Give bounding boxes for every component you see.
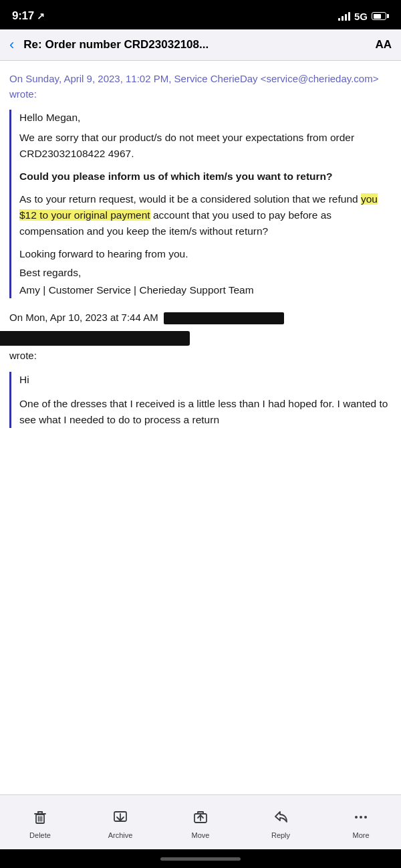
archive-label: Archive: [108, 831, 133, 839]
battery-icon: [372, 12, 389, 20]
status-time: 9:17 ↗: [12, 9, 45, 23]
delete-label: Delete: [29, 831, 51, 839]
more-icon: [352, 808, 370, 829]
inner-email-text: Hi One of the dresses that I received is…: [19, 372, 392, 428]
email-body-text: Hello Megan, We are sorry that our produ…: [19, 110, 392, 298]
font-size-button[interactable]: AA: [375, 38, 392, 51]
email-closing2: Amy | Customer Service | Cherieday Suppo…: [19, 282, 392, 298]
network-label: 5G: [354, 11, 368, 22]
svg-point-12: [355, 816, 358, 819]
forwarded-meta: On Mon, Apr 10, 2023 at 7:44 AM: [9, 310, 392, 326]
inner-para: One of the dresses that I received is a …: [19, 396, 392, 428]
redacted-name: [164, 312, 284, 324]
svg-point-13: [360, 816, 362, 819]
email-para3: Looking forward to hearing from you.: [19, 246, 392, 262]
reply-button[interactable]: Reply: [261, 808, 301, 839]
reply-icon: [272, 808, 289, 829]
inner-greeting: Hi: [19, 372, 392, 388]
email-greeting: Hello Megan,: [19, 110, 392, 126]
home-indicator-bar: [160, 857, 241, 861]
email-content: On Sunday, April 9, 2023, 11:02 PM, Serv…: [0, 61, 401, 794]
email-subject-title: Re: Order number CRD23032108...: [23, 38, 368, 51]
more-label: More: [352, 831, 369, 839]
email-closing1: Best regards,: [19, 265, 392, 281]
email-bold-question: Could you please inform us of which item…: [19, 169, 392, 185]
back-button[interactable]: ‹: [9, 36, 17, 53]
email-body-block: Hello Megan, We are sorry that our produ…: [9, 110, 392, 298]
quote-meta: On Sunday, April 9, 2023, 11:02 PM, Serv…: [9, 72, 392, 102]
bottom-toolbar: Delete Archive Move Rep: [0, 794, 401, 849]
status-bar: 9:17 ↗ 5G: [0, 0, 401, 29]
delete-icon: [31, 808, 49, 829]
status-icons: 5G: [338, 11, 389, 22]
inner-email-block: Hi One of the dresses that I received is…: [9, 372, 392, 428]
delete-button[interactable]: Delete: [20, 808, 60, 839]
reply-label: Reply: [271, 831, 290, 839]
move-icon: [192, 808, 209, 829]
wrote-line: wrote:: [9, 350, 392, 361]
redacted-arrow: [0, 331, 190, 346]
home-indicator: [0, 849, 401, 868]
signal-bars-icon: [338, 11, 350, 21]
more-button[interactable]: More: [341, 808, 381, 839]
email-separator: On Mon, Apr 10, 2023 at 7:44 AM wrote:: [9, 310, 392, 361]
move-button[interactable]: Move: [180, 808, 221, 839]
nav-bar: ‹ Re: Order number CRD23032108... AA: [0, 29, 401, 61]
highlighted-refund-text: you $12 to your original payment: [19, 193, 378, 221]
email-para2: As to your return request, would it be a…: [19, 191, 392, 239]
svg-point-14: [364, 816, 367, 819]
email-para1: We are sorry that our product/s do not m…: [19, 130, 392, 162]
move-label: Move: [192, 831, 210, 839]
archive-icon: [112, 808, 129, 829]
archive-button[interactable]: Archive: [100, 808, 140, 839]
